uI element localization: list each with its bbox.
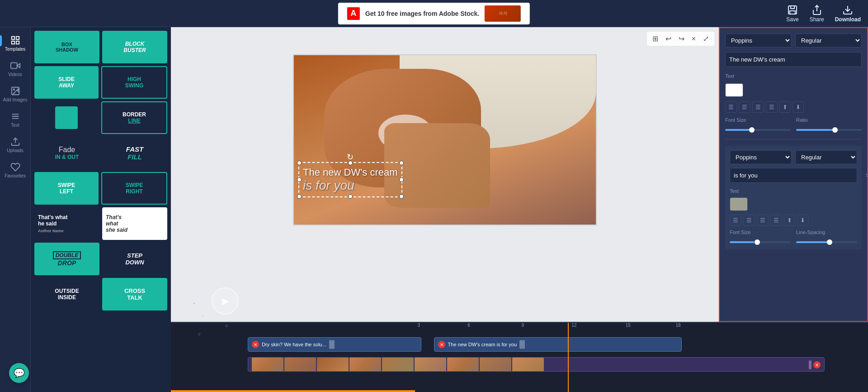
handle-top-right[interactable] — [399, 161, 404, 165]
handle-bottom-left[interactable] — [297, 194, 302, 199]
timeline-progress-bar — [171, 390, 415, 392]
sidebar-item-uploads[interactable]: Uploads — [0, 133, 30, 157]
template-thats-what-he-said[interactable]: That's what he said Author Name — [34, 207, 99, 240]
video-clip-close-btn[interactable]: ✕ — [813, 361, 821, 368]
text1-align-center[interactable]: ☰ — [739, 101, 750, 113]
template-border-line[interactable]: BORDERLINE — [101, 101, 167, 134]
download-button[interactable]: Download — [835, 5, 861, 23]
clip-handle-1b[interactable] — [332, 340, 335, 349]
grid-view-button[interactable]: ⊞ — [651, 33, 660, 44]
font-size-slider-1[interactable] — [725, 129, 791, 131]
timeline-ruler: 3 6 9 12 15 18 — [171, 323, 868, 333]
text1-color-align-row: Text — [725, 72, 862, 79]
text2-align-left[interactable]: ☰ — [730, 215, 741, 226]
text2-color-swatch[interactable] — [730, 197, 748, 211]
handle-bottom-right[interactable] — [399, 194, 404, 199]
template-row-4: FadeIN & OUT FASTFILL — [34, 137, 167, 169]
audio-clip-2[interactable]: ✕ The new DW's cream is for you — [434, 337, 682, 352]
template-row-7: DOUBLE DROP STEP DOWN — [34, 243, 167, 275]
template-row-2: SLIDEAWAY HIGHSWING — [34, 66, 167, 99]
text-overlay-selected[interactable]: ↻ The new DW's cream is for you — [298, 162, 402, 197]
audio-clip-1[interactable]: ✕ Dry skin? We have the solu... — [248, 337, 421, 352]
handle-top-center[interactable] — [348, 161, 353, 165]
thumb-4 — [349, 358, 381, 372]
video-clip-handle[interactable] — [809, 360, 811, 369]
video-canvas: ↻ The new DW's cream is for you — [293, 54, 597, 225]
text2-valign-top[interactable]: ⬆ — [784, 215, 795, 226]
clip-handle-2b[interactable] — [522, 340, 525, 349]
font-family-select-2[interactable]: Poppins — [730, 150, 792, 164]
text1-align-left[interactable]: ☰ — [725, 101, 737, 113]
clip-close-btn-1[interactable]: ✕ — [252, 341, 259, 348]
template-high-swing[interactable]: HIGHSWING — [101, 66, 167, 99]
text2-valign-bottom[interactable]: ⬇ — [797, 215, 808, 226]
text2-align-right[interactable]: ☰ — [757, 215, 769, 226]
clip-close-btn-2[interactable]: ✕ — [438, 341, 445, 348]
uploads-label: Uploads — [7, 148, 24, 153]
video-clip-1[interactable]: ✕ — [248, 357, 825, 372]
expand-button[interactable]: ⤢ — [701, 33, 711, 44]
undo-button[interactable]: ↩ — [664, 33, 673, 44]
svg-rect-4 — [16, 37, 19, 39]
font-size-group-1: Font Size — [725, 117, 791, 133]
panel-divider — [725, 139, 862, 139]
text2-block: Poppins Regular Text ☰ — [725, 146, 862, 249]
template-color-square[interactable] — [34, 101, 99, 134]
template-step-down[interactable]: STEP DOWN — [102, 243, 167, 275]
svg-rect-5 — [16, 41, 19, 44]
template-box-shadow[interactable]: BOXSHADOW — [34, 31, 99, 63]
font-style-select-2[interactable]: Regular — [795, 150, 857, 164]
sidebar-item-add-images[interactable]: Add Images — [0, 82, 30, 106]
chat-button[interactable]: 💬 — [9, 363, 29, 383]
template-outside-inside[interactable]: OUTSIDE INSIDE — [34, 278, 99, 311]
handle-bottom-center[interactable] — [348, 194, 353, 199]
template-fade-in-out[interactable]: FadeIN & OUT — [34, 137, 99, 169]
panel-collapse-button[interactable]: › — [862, 161, 868, 188]
template-row-6: That's what he said Author Name That's w… — [34, 207, 167, 240]
main-area: Templates Videos Add Images Text Uplo — [0, 27, 868, 392]
adobe-banner[interactable]: A Get 10 free images from Adobe Stock. 🍂… — [338, 3, 530, 24]
text2-align-justify[interactable]: ☰ — [770, 215, 782, 226]
text2-color-row: Text — [730, 186, 857, 194]
text1-align-right[interactable]: ☰ — [752, 101, 764, 113]
text1-valign-bottom[interactable]: ⬇ — [793, 101, 804, 113]
handle-top-left[interactable] — [297, 161, 302, 165]
template-thats-what-she-said[interactable]: That's what she said — [102, 207, 167, 240]
sidebar-item-favourites[interactable]: Favourites — [0, 158, 30, 182]
redo-button[interactable]: ↪ — [677, 33, 686, 44]
template-swipe-left[interactable]: SWIPELEFT — [34, 172, 99, 205]
text-content-input-1[interactable] — [725, 52, 862, 67]
template-double-drop[interactable]: DOUBLE DROP — [34, 243, 99, 275]
text1-align-justify[interactable]: ☰ — [766, 101, 778, 113]
line-spacing-slider[interactable] — [796, 241, 857, 243]
ratio-slider-1[interactable] — [796, 129, 862, 131]
font-family-select-1[interactable]: Poppins — [725, 33, 792, 48]
text-content-input-2[interactable] — [730, 168, 857, 183]
sidebar-item-templates[interactable]: Templates — [0, 32, 30, 55]
text2-align-center[interactable]: ☰ — [743, 215, 755, 226]
text1-color-swatch[interactable] — [725, 83, 743, 97]
play-button[interactable]: ▶ — [212, 287, 239, 315]
text2-align-row: ☰ ☰ ☰ ☰ ⬆ ⬇ — [730, 215, 857, 226]
uploads-icon — [10, 137, 20, 147]
text-icon — [10, 111, 20, 121]
template-slide-away[interactable]: SLIDEAWAY — [34, 66, 99, 99]
font-size-slider-2[interactable] — [730, 241, 791, 243]
sidebar-item-videos[interactable]: Videos — [0, 57, 30, 81]
text1-valign-top[interactable]: ⬆ — [779, 101, 791, 113]
clip-handle-1a[interactable] — [329, 340, 332, 349]
close-canvas-button[interactable]: × — [690, 34, 698, 44]
template-swipe-right[interactable]: SWIPERIGHT — [101, 172, 167, 205]
template-fast-fill[interactable]: FASTFILL — [102, 137, 167, 169]
font-size-label-2: Font Size — [730, 229, 791, 235]
font-style-select-1[interactable]: Regular — [795, 33, 862, 48]
handle-mid-right[interactable] — [399, 177, 404, 182]
template-block-buster[interactable]: BLOCKBUSTER — [102, 31, 167, 63]
ratio-group-1: Ratio — [796, 117, 862, 133]
handle-mid-left[interactable] — [297, 177, 302, 182]
save-button[interactable]: Save — [786, 5, 798, 23]
share-button[interactable]: Share — [810, 5, 824, 23]
template-cross-talk[interactable]: CROSS TALK — [102, 278, 167, 311]
sidebar-item-text[interactable]: Text — [0, 108, 30, 131]
canvas-text-line1: The new DW's cream — [303, 167, 398, 178]
